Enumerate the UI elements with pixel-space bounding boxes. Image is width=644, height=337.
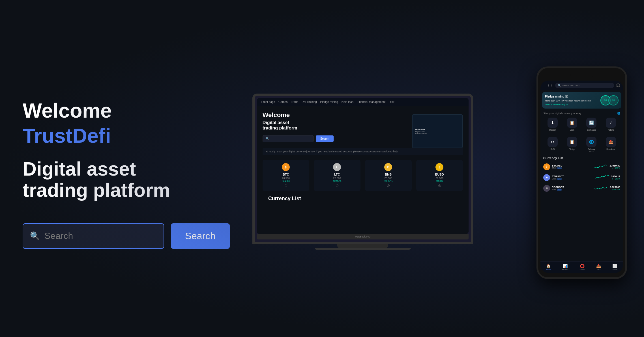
- laptop-inner-screenshot: Welcome Digital assettrading platform: [412, 114, 463, 148]
- phone-currency-eos[interactable]: ◉ EOSUSDT EOS 10x: [540, 183, 623, 194]
- eth-chart: [595, 174, 609, 181]
- search-icon: 🔍: [30, 231, 40, 241]
- eth-coin-icon: ◆: [543, 174, 550, 181]
- eos-chart: [594, 185, 608, 192]
- nav-home[interactable]: 🏠 Home: [546, 264, 551, 271]
- phone-notch: [570, 73, 593, 78]
- btc-icon: ₿: [282, 163, 290, 171]
- laptop-search-input[interactable]: [263, 135, 314, 142]
- search-input-wrapper[interactable]: 🔍: [23, 223, 164, 249]
- laptop-device: Front page Games Trade DeFi mining Pledg…: [252, 94, 473, 250]
- assets-icon: ⬜: [612, 264, 617, 268]
- eos-price-info: 0.923600 ↑ +0.15%: [609, 186, 620, 191]
- btc-coin-info: BTCUSDT BTC 10x: [552, 164, 592, 169]
- phone-search-placeholder: Search coin pairs: [562, 84, 580, 87]
- search-input[interactable]: [44, 231, 157, 241]
- defi-nav-icon: 📤: [596, 264, 601, 268]
- left-content: Welcome TrustDefi Digital asset trading …: [23, 88, 230, 249]
- tagline: Digital asset trading platform: [23, 158, 230, 201]
- phone-banner-icons: SR SR: [600, 95, 619, 105]
- phone-currency-eth[interactable]: ◆ ETHUSDT ETH 10x: [540, 172, 623, 183]
- laptop-stand: [337, 244, 388, 248]
- laptop-currency-list-title: Currency List: [263, 191, 463, 204]
- phone-banner-subtitle: More than 30% low risk high return per m…: [545, 100, 598, 102]
- search-row: 🔍 Search: [23, 223, 230, 249]
- trades-icon: ⭕: [580, 264, 585, 268]
- phone-outer: ⋮⋮⋮ 🔍 Search coin pairs 🎧 Pledge mining …: [536, 66, 627, 279]
- headphone-icon[interactable]: 🎧: [616, 83, 620, 87]
- laptop-currency-busd: $ BUSD 20,500 +0.3% ⓘ: [416, 160, 463, 191]
- phone-search-icon: 🔍: [558, 84, 561, 87]
- laptop-nav-defi[interactable]: DeFi mining: [302, 100, 317, 103]
- hero-section: Welcome TrustDefi Digital asset trading …: [0, 0, 644, 337]
- phone-bottom-nav: 🏠 Home 📊 Markets ⭕ Trades 📤: [540, 261, 623, 273]
- laptop-screen-outer: Front page Games Trade DeFi mining Pledg…: [252, 94, 473, 244]
- phone-icon-rebate[interactable]: ✓ Rebate: [602, 118, 621, 131]
- phone-icon-grid-2: ✂ DeFi 📋 Pledge 🌐 Deliveryoption 📤: [540, 135, 623, 155]
- phone-screen: ⋮⋮⋮ 🔍 Search coin pairs 🎧 Pledge mining …: [540, 81, 623, 273]
- phone-currency-list-title: Currency List: [540, 155, 623, 161]
- phone-icon-deposit[interactable]: ⬇ Deposit: [543, 118, 562, 131]
- eth-price-info: 1866.19 ↑ +1.01%: [611, 175, 620, 180]
- nav-defi[interactable]: 📤 DeFi: [596, 264, 601, 271]
- eth-coin-info: ETHUSDT ETH 10x: [552, 175, 593, 180]
- ltc-icon: Ł: [333, 163, 341, 171]
- laptop-brand-label: MacBook Pro: [355, 235, 370, 238]
- search-button[interactable]: Search: [171, 223, 230, 249]
- phone-icon-delivery-option[interactable]: 🌐 Deliveryoption: [582, 137, 601, 153]
- nav-markets[interactable]: 📊 Markets: [562, 264, 568, 271]
- phone-icon-loan[interactable]: 📋 Loan: [563, 118, 582, 131]
- btc-price-info: 27959.89 ↑ +0.79%: [609, 164, 620, 169]
- laptop-navbar: Front page Games Trade DeFi mining Pledg…: [257, 98, 469, 106]
- nav-assets[interactable]: ⬜ Assets: [612, 264, 617, 271]
- laptop-nav-risk[interactable]: Risk: [389, 100, 394, 103]
- bnb-icon: B: [384, 163, 392, 171]
- sr-badge-2: SR: [608, 95, 619, 105]
- globe-icon[interactable]: 🌐: [617, 112, 620, 115]
- busd-icon: $: [435, 163, 443, 171]
- phone-icon-download[interactable]: 📤 Download: [602, 137, 621, 153]
- markets-icon: 📊: [563, 264, 568, 268]
- welcome-label: Welcome: [23, 100, 230, 122]
- brand-name: TrustDefi: [23, 125, 230, 147]
- eos-coin-icon: ◉: [543, 185, 550, 192]
- laptop-nav-help[interactable]: Help loan: [342, 100, 353, 103]
- laptop-search-btn[interactable]: Search: [316, 135, 334, 142]
- laptop-nav-games[interactable]: Games: [278, 100, 287, 103]
- phone-banner[interactable]: Pledge mining ⓘ More than 30% low risk h…: [542, 92, 621, 109]
- laptop-foot: [315, 248, 411, 250]
- laptop-notify: ⚙ Notify: Start your digital currency jo…: [263, 148, 463, 155]
- laptop-nav-pledge[interactable]: Pledge mining: [320, 100, 338, 103]
- laptop-currency-bnb: B BNB 20,500 +0.20% ⓘ: [365, 160, 412, 191]
- laptop-body: Welcome Digital assettrading platform Se…: [257, 106, 469, 209]
- phone-icon-exchange[interactable]: 🔄 Exchange: [582, 118, 601, 131]
- phone-icon-defi[interactable]: ✂ DeFi: [543, 137, 562, 153]
- phone-banner-title: Pledge mining ⓘ: [545, 95, 598, 99]
- home-icon: 🏠: [546, 264, 551, 268]
- eos-coin-info: EOSUSDT EOS 10x: [552, 186, 592, 191]
- laptop-nav-financial[interactable]: Financial management: [357, 100, 385, 103]
- phone-topbar: ⋮⋮⋮ 🔍 Search coin pairs 🎧: [540, 81, 623, 90]
- nav-trades[interactable]: ⭕ Trades: [579, 264, 585, 271]
- laptop-nav-trade[interactable]: Trade: [291, 100, 298, 103]
- laptop-screen: Front page Games Trade DeFi mining Pledg…: [257, 98, 469, 234]
- laptop-currency-btc: ₿ BTC 20,500 +0.20% ⓘ: [263, 160, 309, 191]
- grid-icon[interactable]: ⋮⋮⋮: [543, 83, 553, 87]
- laptop-currencies: ₿ BTC 20,500 +0.20% ⓘ Ł LTC 20,500 +0.90…: [263, 160, 463, 191]
- phone-divider: [543, 134, 620, 134]
- phone-journey-text: Start your digital currency journey 🌐: [540, 110, 623, 116]
- phone-device: ⋮⋮⋮ 🔍 Search coin pairs 🎧 Pledge mining …: [536, 66, 627, 279]
- btc-coin-icon: ₿: [543, 163, 550, 170]
- laptop-base: MacBook Pro: [257, 234, 469, 239]
- laptop-currency-ltc: Ł LTC 20,500 +0.90% ⓘ: [314, 160, 360, 191]
- btc-chart: [594, 163, 608, 170]
- phone-banner-content: Pledge mining ⓘ More than 30% low risk h…: [545, 95, 598, 106]
- phone-search-bar[interactable]: 🔍 Search coin pairs: [555, 83, 614, 88]
- phone-icon-pledge[interactable]: 📋 Pledge: [563, 137, 582, 153]
- devices-container: Front page Games Trade DeFi mining Pledg…: [230, 0, 621, 337]
- phone-icon-grid-1: ⬇ Deposit 📋 Loan 🔄 Exchange ✓: [540, 116, 623, 133]
- laptop-nav-frontpage[interactable]: Front page: [261, 100, 275, 103]
- phone-currency-btc[interactable]: ₿ BTCUSDT BTC 10x: [540, 161, 623, 172]
- phone-banner-link[interactable]: Look at immediately →: [545, 103, 598, 106]
